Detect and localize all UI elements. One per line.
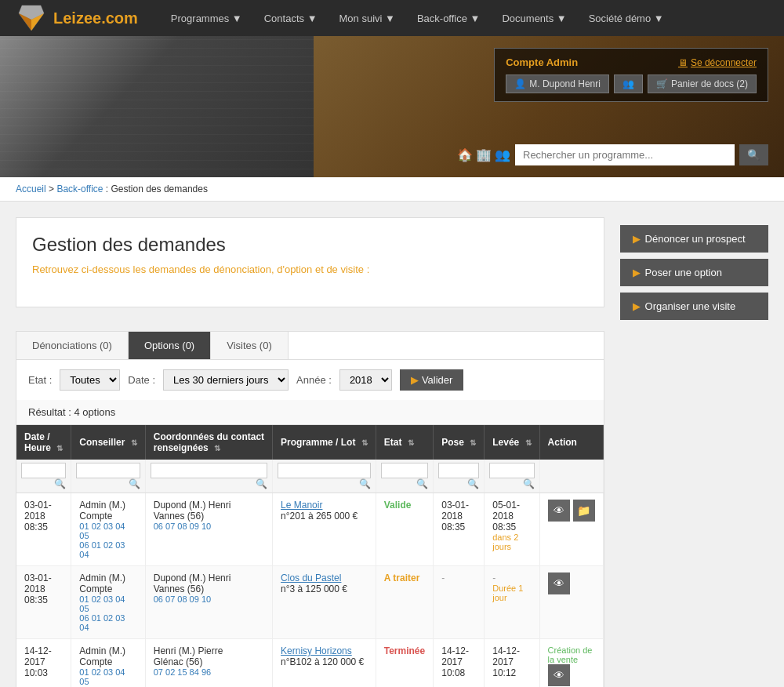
search-filter-icon4[interactable]: 🔍 [359, 478, 371, 489]
search-filter-icon6[interactable]: 🔍 [467, 478, 479, 489]
contact-name: Dupond (M.) Henri [154, 572, 264, 583]
heure-value: 08:35 [24, 594, 63, 605]
results-info: Résultat : 4 options [16, 400, 604, 425]
conseiller-name: Admin (M.) Compte [79, 645, 136, 667]
th-etat[interactable]: Etat ⇅ [376, 425, 433, 460]
action-icons: 👁 [548, 572, 595, 594]
nav-programmes[interactable]: Programmes ▼ [162, 0, 252, 36]
tabs-container: Dénonciations (0) Options (0) Visites (0… [16, 331, 604, 687]
programme-link[interactable]: Le Manoir [281, 500, 368, 511]
logo-text: Leizee.com [53, 9, 138, 27]
cell-etat: Terminée [376, 639, 433, 688]
nav-societe[interactable]: Société démo ▼ [579, 0, 673, 36]
th-date[interactable]: Date /Heure ⇅ [16, 425, 71, 460]
etat-select[interactable]: Toutes [60, 369, 120, 391]
nav-documents[interactable]: Documents ▼ [492, 0, 575, 36]
search-button[interactable]: 🔍 [739, 144, 768, 165]
hero-banner: Compte Admin 🖥 Se déconnecter 👤 M. Dupon… [0, 36, 784, 177]
user-button[interactable]: 👤 M. Dupond Henri [506, 75, 609, 93]
th-contact[interactable]: Coordonnées du contactrenseignées ⇅ [145, 425, 272, 460]
annee-select[interactable]: 2018 [339, 369, 392, 391]
cell-pose: 14-12-2017 10:08 [434, 639, 485, 688]
content-panel: Gestion des demandes Retrouvez ci-dessou… [16, 217, 604, 307]
filter-programme-input[interactable] [278, 463, 371, 478]
view-button[interactable]: 👁 [548, 572, 570, 594]
table-head: Date /Heure ⇅ Conseiller ⇅ Coordonnées d… [16, 425, 603, 493]
valider-arrow-icon: ▶ [411, 374, 419, 386]
search-filter-icon5[interactable]: 🔍 [416, 478, 428, 489]
conseiller-name: Admin (M.) Compte [79, 572, 136, 594]
tab-denonciations[interactable]: Dénonciations (0) [16, 332, 129, 359]
action-box: ▶ Dénoncer un prospect ▶ Poser une optio… [620, 225, 768, 320]
contact-phones: 07 02 15 84 96 [154, 667, 264, 677]
th-levee[interactable]: Levée ⇅ [485, 425, 539, 460]
sidebar-actions: ▶ Dénoncer un prospect ▶ Poser une optio… [620, 217, 768, 687]
denoncer-button[interactable]: ▶ Dénoncer un prospect [620, 225, 768, 253]
nav-mon-suivi[interactable]: Mon suivi ▼ [330, 0, 405, 36]
search-filter-icon7[interactable]: 🔍 [523, 478, 535, 489]
option-arrow-icon: ▶ [633, 267, 641, 278]
cell-contact: Henri (M.) PierreGlénac (56)07 02 15 84 … [145, 639, 272, 688]
account-buttons: 👤 M. Dupond Henri 👥 🛒 Panier de docs (2) [506, 75, 757, 93]
levee-value: 14-12-2017 10:12 [492, 645, 531, 678]
search-input[interactable] [515, 144, 735, 165]
tab-options[interactable]: Options (0) [129, 332, 211, 359]
tab-visites[interactable]: Visites (0) [211, 332, 289, 359]
folder-button[interactable]: 📁 [573, 500, 595, 522]
nav-contacts[interactable]: Contacts ▼ [255, 0, 327, 36]
conseiller-phones: 01 02 03 04 0506 01 02 03 04 [79, 667, 136, 687]
search-filter-icon[interactable]: 🔍 [54, 478, 66, 489]
view-button[interactable]: 👁 [548, 500, 570, 522]
breadcrumb-section[interactable]: Back-office [56, 184, 103, 194]
page-subtitle: Retrouvez ci-dessous les demandes de dén… [32, 264, 588, 275]
filter-contact: 🔍 [145, 460, 272, 493]
levee-value: - [492, 572, 495, 583]
th-pose[interactable]: Pose ⇅ [434, 425, 485, 460]
th-conseiller[interactable]: Conseiller ⇅ [71, 425, 145, 460]
date-select[interactable]: Les 30 derniers jours [163, 369, 289, 391]
building-icon: 🏢 [476, 147, 492, 162]
cell-action: 👁📁 [539, 493, 603, 566]
people-icon: 👥 [495, 147, 510, 162]
filter-conseiller-input[interactable] [76, 463, 140, 478]
filter-date-input[interactable] [21, 463, 66, 478]
logo-icon [16, 4, 47, 32]
status-badge: Valide [384, 500, 412, 511]
filter-etat-input[interactable] [381, 463, 428, 478]
programme-link[interactable]: Kernisy Horizons [281, 645, 368, 656]
account-panel: Compte Admin 🖥 Se déconnecter 👤 M. Dupon… [494, 48, 768, 102]
levee-warning: Durée 1 jour [492, 583, 531, 602]
table-filter-row: 🔍 🔍 🔍 🔍 🔍 🔍 🔍 [16, 460, 603, 493]
panier-button[interactable]: 🛒 Panier de docs (2) [648, 75, 757, 93]
visite-button[interactable]: ▶ Organiser une visite [620, 293, 768, 320]
programme-link[interactable]: Clos du Pastel [281, 572, 368, 583]
deconnect-link[interactable]: 🖥 Se déconnecter [678, 57, 757, 68]
option-button[interactable]: ▶ Poser une option [620, 259, 768, 286]
contacts-button[interactable]: 👥 [614, 75, 643, 93]
cell-pose: 03-01-2018 08:35 [434, 493, 485, 566]
options-table: Date /Heure ⇅ Conseiller ⇅ Coordonnées d… [16, 425, 604, 687]
lot-value: n°B102 à 120 000 € [281, 656, 364, 667]
nav-back-office[interactable]: Back-office ▼ [408, 0, 490, 36]
th-programme[interactable]: Programme / Lot ⇅ [273, 425, 376, 460]
valider-button[interactable]: ▶ Valider [400, 369, 464, 391]
cell-contact: Dupond (M.) HenriVannes (56)06 07 08 09 … [145, 493, 272, 566]
breadcrumb-home[interactable]: Accueil [16, 184, 46, 194]
table-header-row: Date /Heure ⇅ Conseiller ⇅ Coordonnées d… [16, 425, 603, 460]
action-icons: 👁 [548, 664, 595, 686]
tabs-header: Dénonciations (0) Options (0) Visites (0… [16, 332, 604, 360]
filter-pose-input[interactable] [438, 463, 479, 478]
levee-warning: dans 2 jours [492, 533, 531, 551]
search-filter-icon3[interactable]: 🔍 [256, 478, 267, 489]
contact-city: Glénac (56) [154, 656, 264, 667]
logo[interactable]: Leizee.com [16, 4, 138, 32]
action-icons: 👁📁 [548, 500, 595, 522]
filter-contact-input[interactable] [151, 463, 267, 478]
search-filter-icon2[interactable]: 🔍 [129, 478, 140, 489]
filter-action [539, 460, 603, 493]
cell-levee: 05-01-2018 08:35dans 2 jours [485, 493, 539, 566]
cell-conseiller: Admin (M.) Compte01 02 03 04 0506 01 02 … [71, 566, 145, 639]
table-row: 03-01-201808:35Admin (M.) Compte01 02 03… [16, 493, 603, 566]
filter-levee-input[interactable] [489, 463, 534, 478]
view-button[interactable]: 👁 [548, 664, 570, 686]
